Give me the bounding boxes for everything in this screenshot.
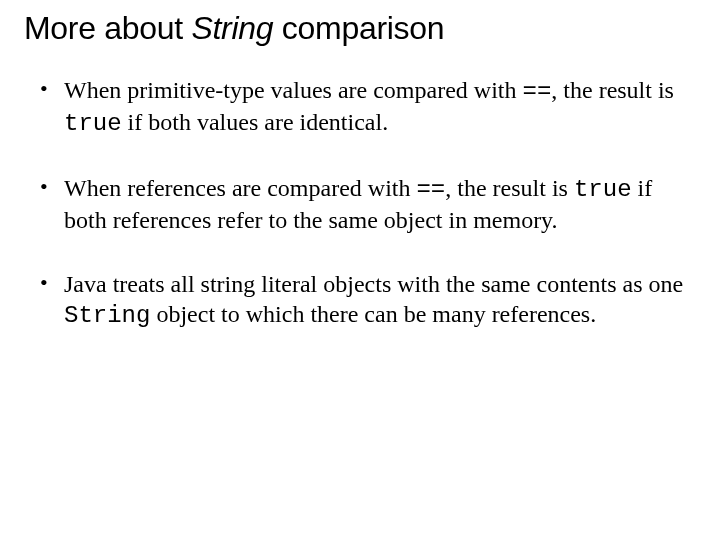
bullet-text: When references are compared with [64,175,416,201]
bullet-text: , the result is [551,77,674,103]
title-post: comparison [273,10,444,46]
code-span: true [574,176,632,203]
code-span: String [64,302,150,329]
bullet-list: When primitive-type values are compared … [24,75,696,331]
code-span: == [523,78,552,105]
list-item: When references are compared with ==, th… [40,173,696,235]
bullet-text: Java treats all string literal objects w… [64,271,683,297]
bullet-text: if both values are identical. [122,109,389,135]
title-italic: String [191,10,273,46]
bullet-text: , the result is [445,175,574,201]
bullet-text: When primitive-type values are compared … [64,77,523,103]
slide-title: More about String comparison [24,10,696,47]
code-span: true [64,110,122,137]
title-pre: More about [24,10,191,46]
list-item: When primitive-type values are compared … [40,75,696,139]
code-span: == [416,176,445,203]
list-item: Java treats all string literal objects w… [40,269,696,331]
bullet-text: object to which there can be many refere… [150,301,596,327]
